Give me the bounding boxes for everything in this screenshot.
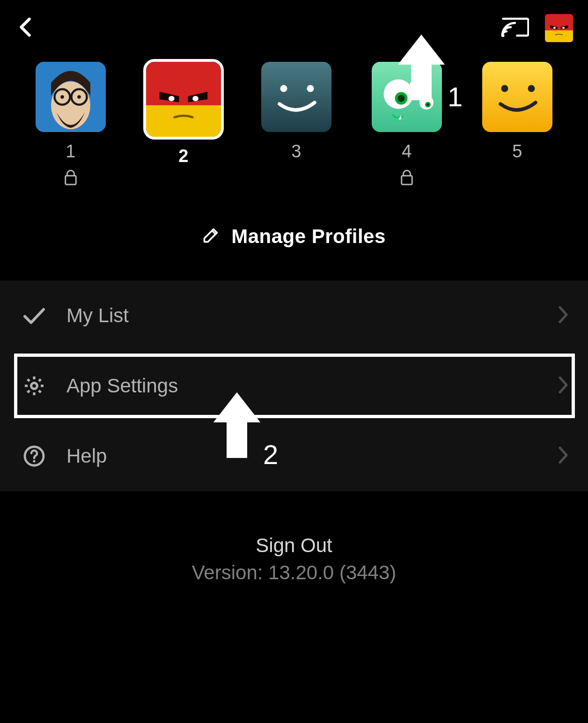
svg-line-35 [39,391,41,392]
svg-point-28 [502,34,505,37]
lock-icon [64,169,78,188]
manage-profiles-button[interactable]: Manage Profiles [0,225,588,248]
back-button[interactable] [15,16,37,40]
profile-name: 5 [512,141,522,162]
lock-icon [400,169,414,188]
pencil-icon [202,227,219,246]
svg-point-39 [33,460,35,462]
profile-item[interactable]: 5 [482,62,552,192]
menu-item-label: Help [66,445,107,467]
menu-item-label: My List [66,304,129,327]
help-icon [22,445,46,467]
annotation-arrow-2: 2 [213,392,278,458]
annotation-label: 2 [263,439,278,470]
profile-selector: 1 2 3 4 5 [0,47,588,192]
menu-item-app-settings[interactable]: App Settings [0,351,588,421]
cast-icon[interactable] [501,15,529,41]
profile-name: 2 [178,146,189,166]
profile-name: 4 [402,141,412,162]
version-label: Version: 13.20.0 (3443) [0,561,588,584]
svg-line-34 [28,379,29,381]
settings-menu: My List App Settings Hel [0,280,588,491]
svg-line-36 [28,391,29,392]
menu-item-my-list[interactable]: My List [0,280,588,351]
profile-name: 1 [66,141,76,162]
gear-icon [22,375,46,397]
profile-name: 3 [291,141,301,162]
chevron-right-icon [557,376,569,396]
manage-profiles-label: Manage Profiles [231,225,386,248]
current-profile-avatar[interactable] [545,14,573,42]
menu-item-help[interactable]: Help [0,421,588,491]
chevron-right-icon [557,305,569,326]
svg-point-29 [31,383,37,389]
svg-line-37 [39,379,41,381]
menu-item-label: App Settings [66,375,178,397]
chevron-right-icon [557,446,569,466]
check-icon [22,306,46,325]
profile-item[interactable]: 2 [146,62,221,192]
profile-item[interactable]: 3 [261,62,331,192]
annotation-label: 1 [448,81,463,112]
annotation-arrow-1: 1 [398,35,463,100]
sign-out-button[interactable]: Sign Out [0,534,588,557]
profile-item[interactable]: 1 [36,62,106,192]
